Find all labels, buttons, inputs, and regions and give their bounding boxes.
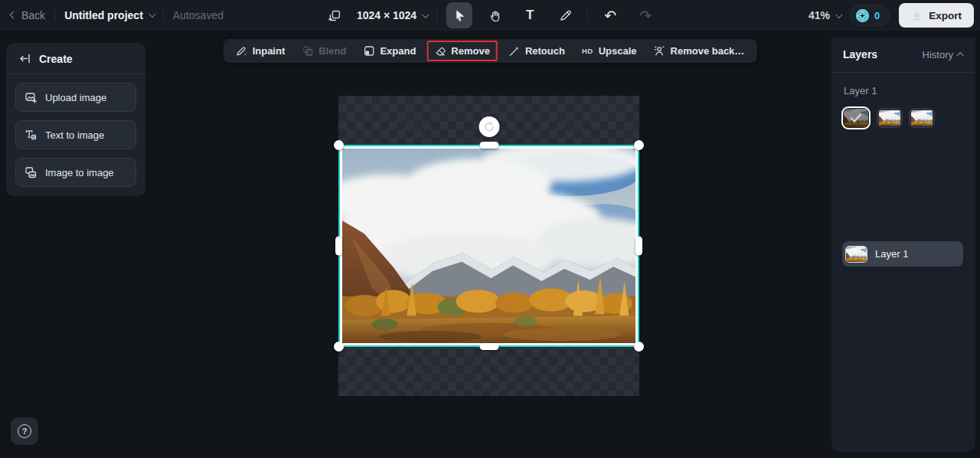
divider	[54, 9, 55, 21]
tab-history[interactable]: History	[923, 49, 964, 61]
layer-list-item[interactable]: Layer 1	[842, 241, 963, 267]
project-name: Untitled project	[64, 9, 143, 21]
image-to-image-icon	[24, 166, 38, 179]
topbar: Back Untitled project Autosaved 1024 × 1…	[0, 0, 980, 31]
export-label: Export	[929, 10, 962, 21]
expand-icon	[363, 45, 374, 57]
text-to-image-label: Text to image	[45, 129, 104, 141]
topbar-right-group: 41% 0 Export	[808, 0, 974, 31]
hand-tool-button[interactable]	[482, 2, 508, 28]
variant-thumbnail-2[interactable]	[877, 108, 903, 128]
redo-button[interactable]: ↷	[632, 2, 658, 28]
remove-background-label: Remove back…	[671, 45, 745, 57]
upload-image-icon	[24, 91, 38, 104]
resize-handle-bottom-left[interactable]	[334, 342, 344, 352]
chevron-up-icon	[956, 51, 964, 59]
rotate-handle[interactable]	[479, 116, 499, 137]
chevron-down-icon	[835, 11, 843, 18]
create-panel: Create Upload image Text to image	[6, 43, 145, 196]
create-panel-title: Create	[39, 53, 73, 65]
layer-group-label: Layer 1	[844, 85, 963, 97]
layers-panel-header: Layers History	[831, 37, 975, 72]
retouch-label: Retouch	[525, 45, 565, 57]
image-to-image-button[interactable]: Image to image	[15, 158, 136, 187]
resize-handle-bottom[interactable]	[479, 343, 498, 350]
divider	[831, 72, 975, 73]
download-icon	[911, 10, 923, 21]
remove-background-icon	[654, 45, 665, 57]
pen-icon	[559, 9, 572, 22]
credits-count: 0	[874, 10, 880, 21]
layer-thumbnail	[845, 246, 867, 263]
redo-icon: ↷	[639, 8, 652, 23]
resize-handle-top[interactable]	[479, 142, 498, 149]
layers-panel: Layers History Layer 1 Layer 1	[831, 37, 975, 452]
image-to-image-label: Image to image	[45, 167, 114, 178]
upload-image-button[interactable]: Upload image	[15, 83, 136, 112]
export-button[interactable]: Export	[899, 3, 974, 28]
project-name-menu[interactable]: Untitled project	[64, 9, 154, 21]
credits-icon	[856, 9, 869, 22]
collapse-panel-icon[interactable]	[18, 52, 31, 65]
blend-label: Blend	[318, 45, 346, 57]
topbar-center-group: 1024 × 1024 T	[322, 0, 658, 31]
upscale-button[interactable]: HD Upscale	[582, 45, 637, 57]
autosave-status: Autosaved	[173, 9, 224, 21]
remove-button[interactable]: Remove	[426, 41, 498, 61]
retouch-button[interactable]: Retouch	[508, 45, 565, 57]
variant-thumbnail-3[interactable]	[909, 108, 935, 128]
resize-handle-top-left[interactable]	[334, 140, 344, 150]
credits-pill[interactable]: 0	[850, 5, 890, 26]
remove-label: Remove	[451, 45, 490, 57]
layer-item-label: Layer 1	[875, 248, 908, 260]
zoom-dropdown[interactable]: 41%	[808, 9, 841, 21]
create-panel-header: Create	[6, 43, 145, 74]
blend-icon	[302, 45, 313, 57]
undo-button[interactable]: ↶	[597, 2, 623, 28]
resize-handle-bottom-right[interactable]	[634, 342, 644, 352]
remove-background-button[interactable]: Remove back…	[654, 45, 745, 57]
chevron-down-icon	[422, 11, 430, 18]
back-label: Back	[21, 9, 45, 21]
resize-handle-right[interactable]	[635, 237, 642, 256]
text-to-image-icon	[24, 129, 38, 142]
topbar-left-group: Back Untitled project Autosaved	[0, 9, 224, 21]
action-toolbar: Inpaint Blend Expand Remove	[224, 39, 757, 63]
draw-tool-button[interactable]	[552, 2, 578, 28]
zoom-level: 41%	[808, 9, 830, 21]
selected-image[interactable]	[338, 145, 639, 347]
tab-layers[interactable]: Layers	[843, 48, 877, 61]
cursor-icon	[452, 8, 466, 22]
history-label: History	[923, 49, 953, 61]
checkmark-icon	[849, 113, 863, 124]
resize-handle-left[interactable]	[335, 237, 342, 256]
text-to-image-button[interactable]: Text to image	[15, 120, 136, 149]
expand-label: Expand	[380, 45, 416, 57]
help-button[interactable]: ?	[11, 417, 38, 445]
divider	[587, 9, 588, 21]
select-tool-button[interactable]	[446, 2, 472, 28]
variant-thumbnails	[841, 106, 965, 129]
upscale-label: Upscale	[599, 45, 637, 57]
back-button[interactable]: Back	[11, 9, 45, 21]
canvas-size-dropdown[interactable]: 1024 × 1024	[357, 9, 427, 21]
variant-thumbnail-selected[interactable]	[841, 106, 871, 129]
divider	[436, 9, 437, 21]
resize-canvas-button[interactable]	[322, 2, 348, 28]
inpaint-icon	[236, 45, 247, 57]
undo-icon: ↶	[604, 8, 616, 23]
resize-handle-top-right[interactable]	[634, 140, 644, 150]
canvas-size-label: 1024 × 1024	[357, 9, 416, 21]
wand-icon	[508, 45, 520, 57]
landscape-image[interactable]	[342, 149, 635, 343]
divider	[6, 74, 145, 74]
upload-image-label: Upload image	[45, 92, 106, 103]
divider	[163, 9, 164, 21]
inpaint-button[interactable]: Inpaint	[236, 45, 286, 57]
resize-canvas-icon	[328, 9, 341, 22]
blend-button[interactable]: Blend	[302, 45, 346, 57]
inpaint-label: Inpaint	[253, 45, 286, 57]
text-tool-button[interactable]: T	[517, 2, 543, 28]
expand-button[interactable]: Expand	[363, 45, 416, 57]
eraser-icon	[434, 45, 446, 57]
